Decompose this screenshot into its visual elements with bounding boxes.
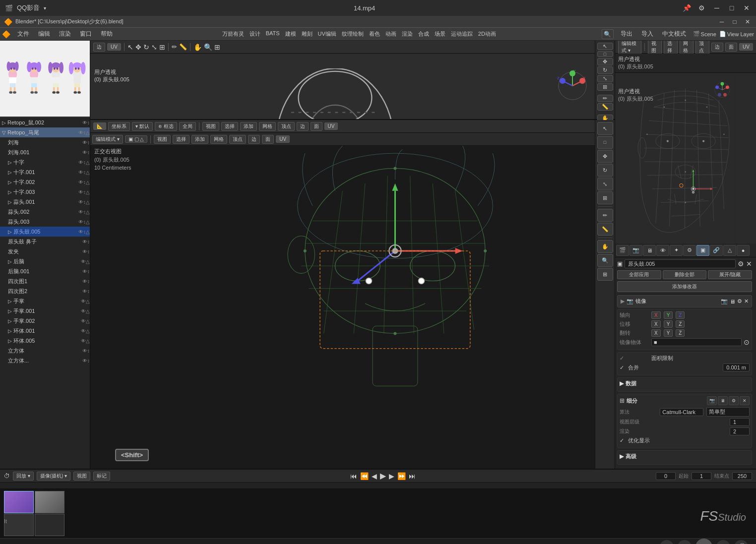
type-value[interactable]: 简单型 xyxy=(706,407,750,417)
outliner-item-cross[interactable]: ▷ 十字 👁 ↕ △ xyxy=(0,157,90,167)
outliner-item-liuhai001[interactable]: 刘海.001 👁 ↕ xyxy=(0,147,90,157)
outliner-item-palm002[interactable]: ▷ 手掌.002 👁 △ xyxy=(0,316,90,326)
playback-next[interactable]: ▶ xyxy=(389,472,394,480)
vp-tool-grid[interactable]: ⊞ xyxy=(214,43,220,51)
add-btn2[interactable]: 添加 xyxy=(191,135,208,144)
thumb-2[interactable] xyxy=(4,514,34,536)
tool-select-box[interactable]: □ xyxy=(597,51,613,57)
select-btn2[interactable]: 选择 xyxy=(173,135,189,144)
tab-composite[interactable]: 合成 xyxy=(416,30,432,38)
tool-b-measure[interactable]: 📏 xyxy=(597,223,613,236)
menu-render[interactable]: 渲染 xyxy=(55,29,75,39)
offset-y-btn[interactable]: Y xyxy=(664,320,673,328)
modifier-expand-icon[interactable]: ▶ xyxy=(621,298,625,304)
right-vp-mesh[interactable]: 顶点 xyxy=(695,41,709,55)
obj-close-icon[interactable]: ✕ xyxy=(746,260,752,268)
offset-x-btn[interactable]: X xyxy=(651,320,661,328)
vp-uv-btn[interactable]: UV xyxy=(107,43,121,51)
tool-b-move[interactable]: ✥ xyxy=(597,150,613,163)
playback-to-start[interactable]: ⏮ xyxy=(350,472,357,480)
blender-maximize[interactable]: □ xyxy=(730,17,739,26)
menu-help[interactable]: 帮助 xyxy=(97,29,117,39)
vp-tool-pan[interactable]: ✋ xyxy=(193,43,202,51)
timeline-camera-label[interactable]: 摄像(摄机) ▾ xyxy=(37,472,70,481)
stop-btn[interactable]: ■ xyxy=(660,540,674,544)
uv-menu2[interactable]: UV xyxy=(324,122,338,130)
apply-all-btn[interactable]: 全部应用 xyxy=(617,270,661,279)
outliner-item-cube[interactable]: 立方体 👁 ↕ xyxy=(0,346,90,356)
timeline-playback-label[interactable]: 回放 ▾ xyxy=(13,472,34,481)
vp-mode-btn[interactable]: 📐 xyxy=(93,122,106,130)
thumb-3[interactable] xyxy=(35,491,64,513)
offset-z-btn[interactable]: Z xyxy=(676,320,685,328)
select-menu[interactable]: 选择 xyxy=(221,122,238,131)
subdiv-icon4[interactable]: ✕ xyxy=(740,396,750,405)
vp-tool-measure[interactable]: 📏 xyxy=(179,43,187,51)
outliner-item-quad1[interactable]: 四次图1 👁 ↕ xyxy=(0,276,90,286)
right-vp-add[interactable]: 网格 xyxy=(680,41,693,55)
tab-wanjian[interactable]: 万箭有灵 xyxy=(220,30,247,38)
remove-all-btn[interactable]: 删除全部 xyxy=(663,270,707,279)
tab-motion[interactable]: 运动追踪 xyxy=(448,30,475,38)
right-vp-shading[interactable]: 视图 xyxy=(648,41,662,55)
tool-b-cursor[interactable]: ↖ xyxy=(597,122,613,135)
maximize-button[interactable]: □ xyxy=(727,3,736,12)
outliner-item-cross002[interactable]: ▷ 十字.002 👁 ↕ △ xyxy=(0,177,90,187)
axis-y-btn[interactable]: Y xyxy=(664,311,673,319)
adv-arrow[interactable]: ▶ xyxy=(620,453,624,460)
settings-icon[interactable]: ⚙ xyxy=(697,3,706,12)
outliner-item-ring005[interactable]: ▷ 环体.005 👁 △ xyxy=(0,336,90,346)
tab-scene[interactable]: 场景 xyxy=(432,30,448,38)
prop-tab-particles[interactable]: ✦ xyxy=(670,245,683,256)
timeline-marker-label[interactable]: 标记 xyxy=(93,472,110,481)
vp-tool-cursor[interactable]: ↖ xyxy=(127,43,133,51)
show-viewport-btn[interactable]: 展开/隐藏 xyxy=(708,270,752,279)
outliner-item-cube2[interactable]: 立方体... 👁 ↕ xyxy=(0,356,90,365)
tool-b-zoom[interactable]: 🔍 xyxy=(597,254,613,267)
mirror-obj-pick-icon[interactable]: ⊙ xyxy=(744,338,750,346)
mod-icon-2[interactable]: 🖥 xyxy=(730,299,735,304)
thumb-1[interactable] xyxy=(4,491,34,513)
edge-menu[interactable]: 边 xyxy=(297,122,309,131)
outliner-item-palm[interactable]: ▷ 手掌 👁 △ xyxy=(0,296,90,306)
thumb-4[interactable] xyxy=(35,514,64,536)
search-icon[interactable]: 🔍 xyxy=(602,29,614,39)
data-arrow[interactable]: ▶ xyxy=(620,380,624,387)
prop-tab-output[interactable]: 🖥 xyxy=(643,245,656,256)
vp-coord-btn[interactable]: 坐标系 xyxy=(108,122,130,131)
menu-export[interactable]: 导出 xyxy=(617,29,636,39)
tool-rotate2[interactable]: ↻ xyxy=(597,66,613,74)
outliner-item-quad2[interactable]: 四次图2 👁 ↕ xyxy=(0,286,90,296)
merge-value[interactable]: 0.001 m xyxy=(723,363,750,371)
right-vp-vertex[interactable]: 边 xyxy=(711,43,723,52)
tab-bats[interactable]: BATS xyxy=(263,30,282,38)
tool-b-annotate[interactable]: ✏ xyxy=(597,209,613,222)
tab-texture[interactable]: 纹理绘制 xyxy=(339,30,366,38)
start-frame[interactable]: 1 xyxy=(692,472,711,480)
edit-mode-select[interactable]: 编辑模式 ▾ xyxy=(92,135,123,144)
viewport-level-value[interactable]: 1 xyxy=(730,418,750,426)
outliner-item-head005[interactable]: ▷ 原头鼓.005 👁 ↕ △ xyxy=(0,227,90,237)
prop-tab-scene[interactable]: 🎬 xyxy=(616,245,629,256)
rot-z-btn[interactable]: Z xyxy=(676,329,685,337)
outliner-item-back001[interactable]: 后脑.001 👁 ↕ xyxy=(0,266,90,276)
pin-icon[interactable]: 📌 xyxy=(683,3,692,12)
right-vp-edge[interactable]: 面 xyxy=(725,43,737,52)
mirror-obj-value[interactable]: ■ xyxy=(651,338,742,346)
outliner-item-suan002[interactable]: 蒜头.002 👁 ↕ △ xyxy=(0,207,90,217)
outliner-item-suan003[interactable]: 蒜头.003 👁 ↕ △ xyxy=(0,217,90,227)
vp-proportional-btn[interactable]: 全局 xyxy=(179,122,196,131)
object-name-field[interactable] xyxy=(625,259,736,268)
tool-scale2[interactable]: ⤡ xyxy=(597,75,613,82)
outliner-item-clip[interactable]: 发夹 👁 ↕ xyxy=(0,246,90,256)
mod-icon-1[interactable]: 📷 xyxy=(721,298,728,304)
menu-window[interactable]: 窗口 xyxy=(76,29,96,39)
tool-transform2[interactable]: ⊞ xyxy=(597,83,613,91)
optimize-check[interactable]: ✓ xyxy=(620,437,624,444)
render-value[interactable]: 2 xyxy=(730,427,750,435)
tool-cursor[interactable]: ↖ xyxy=(597,43,613,50)
vertex-menu[interactable]: 顶点 xyxy=(278,122,295,131)
next-btn[interactable]: ⏭ xyxy=(716,540,730,544)
right-vp-mode[interactable]: 编辑模式 ▾ xyxy=(618,41,641,55)
prop-tab-material[interactable]: ● xyxy=(737,245,750,256)
